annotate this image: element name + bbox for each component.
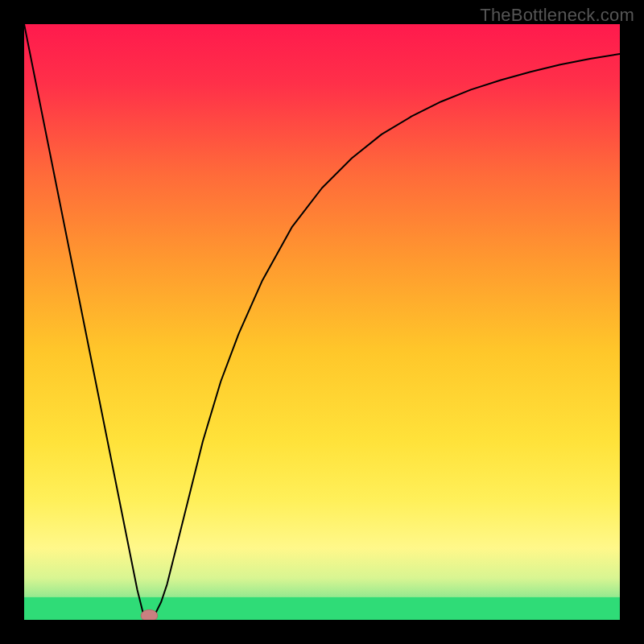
plot-area (24, 24, 620, 620)
gradient-background (24, 24, 620, 620)
chart-container: TheBottleneck.com (0, 0, 644, 644)
chart-svg (24, 24, 620, 620)
optimum-marker (141, 609, 158, 620)
watermark-text: TheBottleneck.com (480, 5, 634, 26)
green-band (24, 597, 620, 620)
